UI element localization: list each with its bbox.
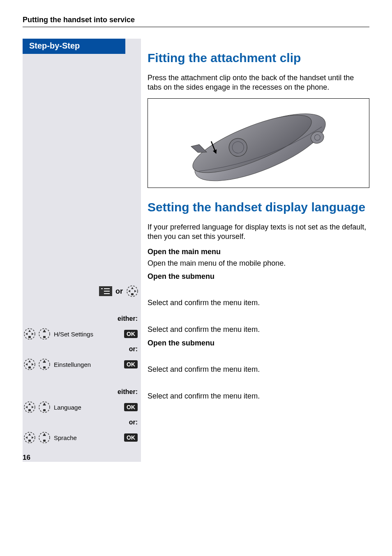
nav-up-icon — [38, 401, 51, 413]
nav-control-icon — [23, 328, 36, 340]
or-label: or: — [129, 419, 141, 426]
nav-control-icon — [126, 285, 138, 297]
open-main-menu-text: Open the main menu of the mobile phone. — [148, 259, 369, 268]
heading-fitting-clip: Fitting the attachment clip — [148, 51, 369, 65]
handset-illustration — [148, 98, 369, 188]
menu-icon — [99, 286, 112, 296]
open-submenu-heading: Open the submenu — [148, 339, 369, 348]
select-confirm-text: Select and confirm the menu item. — [148, 392, 369, 401]
heading-display-language: Setting the handset display language — [148, 200, 369, 214]
step-sidebar: Step-by-Step or either: H/Set Settings O… — [23, 39, 141, 462]
page-number: 16 — [23, 454, 30, 462]
ok-badge: OK — [124, 433, 138, 442]
or-word: or — [112, 287, 126, 296]
lang-intro-text: If your preferred language for display t… — [148, 222, 369, 242]
nav-up-icon — [38, 358, 51, 371]
menu-item-einstellungen: Einstellungen — [51, 361, 124, 368]
nav-up-icon — [38, 431, 51, 444]
header-divider — [23, 27, 369, 27]
nav-control-icon — [23, 358, 36, 371]
nav-control-icon — [23, 401, 36, 413]
select-confirm-text: Select and confirm the menu item. — [148, 365, 369, 374]
clip-instruction-text: Press the attachment clip onto the back … — [148, 73, 369, 93]
ok-badge: OK — [124, 403, 138, 411]
page-header: Putting the handset into service — [23, 16, 369, 27]
either-label: either: — [118, 388, 141, 396]
sidebar-tab: Step-by-Step — [23, 39, 125, 54]
open-submenu-heading: Open the submenu — [148, 272, 369, 281]
either-label: either: — [118, 315, 141, 322]
select-confirm-text: Select and confirm the menu item. — [148, 325, 369, 334]
select-confirm-text: Select and confirm the menu item. — [148, 298, 369, 308]
menu-item-language: Language — [51, 404, 124, 411]
or-label: or: — [129, 345, 141, 353]
nav-control-icon — [23, 431, 36, 444]
menu-item-sprache: Sprache — [51, 434, 124, 441]
main-content: Fitting the attachment clip Press the at… — [141, 39, 369, 462]
nav-up-icon — [38, 328, 51, 340]
menu-item-hset: H/Set Settings — [51, 331, 124, 338]
ok-badge: OK — [124, 330, 138, 338]
ok-badge: OK — [124, 360, 138, 368]
open-main-menu-heading: Open the main menu — [148, 248, 369, 256]
